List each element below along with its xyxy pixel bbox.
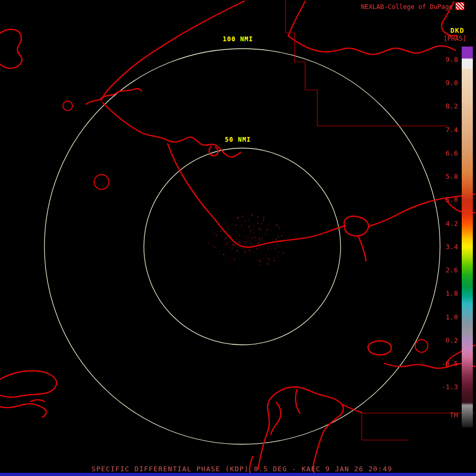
product-code-label: DKD xyxy=(451,26,464,34)
map-outline xyxy=(86,89,142,104)
range-ring-label-50nmi: 50 NMI xyxy=(223,135,252,144)
map-outline xyxy=(271,402,281,434)
map-outline xyxy=(31,400,44,401)
map-outline xyxy=(101,1,244,100)
map-outline xyxy=(103,103,241,157)
map-outline xyxy=(288,36,455,54)
product-phase-label: [PHAS] xyxy=(444,35,466,42)
map-outline xyxy=(0,404,46,417)
status-bar-text: SPECIFIC DIFFERENTIAL PHASE (KDP) 0.5 DE… xyxy=(91,465,392,473)
map-lake-outline xyxy=(94,175,109,189)
bottom-blue-bar xyxy=(0,473,476,476)
map-outline xyxy=(368,341,391,355)
nexlab-brand-text: NEXLAB-College of DuPage xyxy=(361,3,453,11)
map-outline xyxy=(258,387,343,475)
range-ring-label-100nmi: 100 NMI xyxy=(221,35,255,43)
county-border xyxy=(286,0,448,126)
map-outline xyxy=(209,147,218,155)
map-outline xyxy=(296,390,300,413)
map-outline xyxy=(0,371,57,397)
map-outline xyxy=(235,226,345,248)
map-outline xyxy=(359,237,366,261)
map-outline xyxy=(0,30,22,69)
radar-viewer-screen: 100 NMI 50 NMI NEXLAB-College of DuPage … xyxy=(0,0,476,476)
colorbar xyxy=(462,47,473,427)
radar-map xyxy=(0,0,476,476)
map-lake-outline xyxy=(63,101,72,111)
map-outline xyxy=(369,194,475,226)
map-outline xyxy=(344,216,369,236)
map-outline xyxy=(168,144,235,243)
map-lake-outline xyxy=(415,340,428,352)
cod-logo-icon xyxy=(455,2,464,10)
map-outline xyxy=(288,1,305,36)
